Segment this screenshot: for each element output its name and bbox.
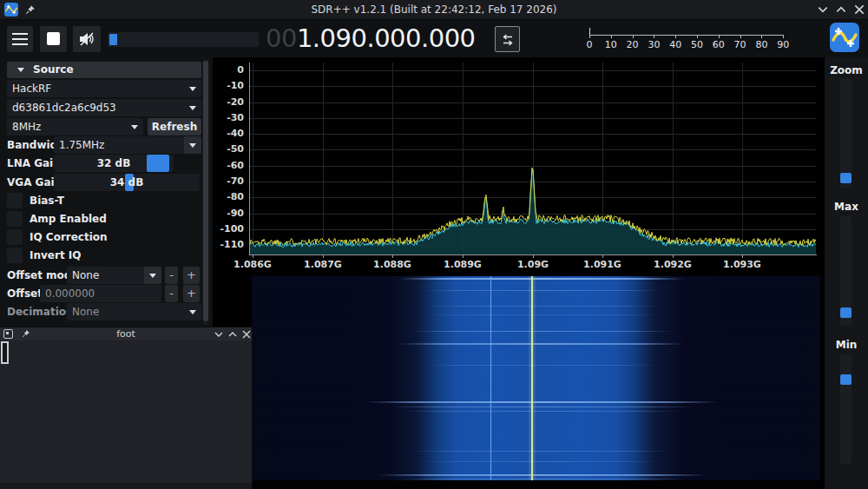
iq-correction-checkbox[interactable] xyxy=(7,229,23,245)
foot-window-body xyxy=(0,340,252,483)
snr-tick-label: 60 xyxy=(708,39,729,50)
invert-iq-label: Invert IQ xyxy=(30,247,81,264)
decimation-label: Decimation xyxy=(7,303,74,320)
fft-y-tick-label: -40 xyxy=(213,128,244,139)
lna-gain-value: 32 dB xyxy=(54,155,174,172)
waterfall-streak xyxy=(423,461,661,462)
left-menu: Source HackRF d63861dc2a6c9d53 8MHz Refr… xyxy=(0,57,213,327)
offset-mode-select[interactable]: None xyxy=(67,267,161,284)
zoom-label: Zoom xyxy=(825,64,868,76)
frequency-digits: 1.090.000.000 xyxy=(297,23,476,53)
waterfall-streak xyxy=(365,401,718,403)
amp-enabled-label: Amp Enabled xyxy=(30,210,107,228)
chevron-down-icon xyxy=(189,106,196,110)
snr-indicator xyxy=(589,28,590,35)
waterfall-streak xyxy=(399,278,684,280)
sidebar-scrollbar[interactable] xyxy=(202,59,209,325)
mute-button[interactable] xyxy=(73,26,101,52)
fft-y-tick-label: -30 xyxy=(213,112,244,123)
menu-button[interactable] xyxy=(7,26,33,52)
source-section-header[interactable]: Source xyxy=(7,62,201,78)
chevron-up-icon[interactable] xyxy=(227,330,238,339)
waterfall-streak xyxy=(388,406,695,407)
scrollbar-thumb[interactable] xyxy=(203,61,208,321)
amp-enabled-checkbox[interactable] xyxy=(7,211,23,227)
fft-x-axis xyxy=(249,254,817,255)
device-select[interactable]: d63861dc2a6c9d53 xyxy=(7,99,201,116)
source-driver-value: HackRF xyxy=(12,83,51,95)
foot-title-bar[interactable]: foot xyxy=(0,327,252,340)
snr-meter-line xyxy=(589,35,784,36)
volume-slider[interactable] xyxy=(108,32,259,47)
bandwidth-select[interactable]: 1.75MHz xyxy=(54,136,201,154)
retune-button[interactable] xyxy=(495,26,520,52)
chevron-down-icon xyxy=(189,143,196,148)
zoom-slider-handle[interactable] xyxy=(840,173,852,183)
waterfall-display[interactable] xyxy=(252,276,820,480)
lna-gain-slider[interactable]: 32 dB xyxy=(54,155,174,172)
snr-tick-label: 10 xyxy=(601,39,621,50)
foot-window: foot xyxy=(0,327,252,489)
bias-t-checkbox[interactable] xyxy=(7,193,23,208)
chevron-up-icon[interactable] xyxy=(835,4,847,15)
source-driver-select[interactable]: HackRF xyxy=(7,80,201,97)
offset-mode-minus-button[interactable]: - xyxy=(165,267,178,284)
waterfall-streak xyxy=(411,451,672,452)
max-slider-handle[interactable] xyxy=(840,307,852,318)
frequency-display[interactable]: 001.090.000.000 xyxy=(266,22,476,55)
invert-iq-checkbox[interactable] xyxy=(7,248,23,263)
speaker-muted-icon xyxy=(78,30,95,48)
close-icon[interactable] xyxy=(853,4,865,15)
decimation-select[interactable]: None xyxy=(67,303,201,320)
fft-controls-panel: Zoom Max Min xyxy=(825,57,868,489)
waterfall-streak xyxy=(399,479,684,479)
min-slider-handle[interactable] xyxy=(840,374,852,385)
snr-tick-mark xyxy=(633,35,634,38)
refresh-button[interactable]: Refresh xyxy=(148,118,201,135)
samplerate-select[interactable]: 8MHz xyxy=(7,118,143,135)
window-title: SDR++ v1.2.1 (Built at 22:42:12, Feb 17 … xyxy=(0,0,868,19)
snr-tick-mark xyxy=(654,35,654,38)
fft-x-tick-label: 1.087G xyxy=(297,259,349,270)
foot-window-footer xyxy=(0,483,252,489)
chevron-down-icon[interactable] xyxy=(817,4,829,15)
fft-y-tick-label: -60 xyxy=(213,160,244,171)
fft-y-tick-label: -20 xyxy=(213,96,244,108)
snr-tick-label: 40 xyxy=(665,39,686,50)
fft-y-tick-label: -80 xyxy=(213,191,244,202)
min-slider[interactable] xyxy=(840,354,852,464)
snr-meter: 0102030405060708090 xyxy=(587,26,790,52)
docked-tab-handle[interactable] xyxy=(1,341,9,364)
zoom-slider[interactable] xyxy=(840,78,852,188)
offset-mode-plus-button[interactable]: + xyxy=(183,267,200,284)
chevron-down-icon[interactable] xyxy=(214,330,224,339)
frequency-dim-digits: 00 xyxy=(266,23,297,53)
vga-gain-value: 34 dB xyxy=(54,174,200,191)
close-icon[interactable] xyxy=(241,330,252,339)
volume-slider-handle[interactable] xyxy=(109,34,117,45)
fft-y-tick-label: 0 xyxy=(213,64,244,76)
fft-traces xyxy=(249,63,816,254)
offset-plus-button[interactable]: + xyxy=(183,285,200,302)
title-bar[interactable]: SDR++ v1.2.1 (Built at 22:42:12, Feb 17 … xyxy=(0,0,868,20)
samplerate-row: 8MHz Refresh xyxy=(0,118,213,135)
waterfall-streak xyxy=(423,365,661,366)
iq-correction-label: IQ Correction xyxy=(30,228,108,246)
offset-mode-value: None xyxy=(72,269,99,281)
offset-value: 0.000000 xyxy=(45,287,95,300)
stop-button[interactable] xyxy=(40,26,67,52)
vga-gain-slider[interactable]: 34 dB xyxy=(54,174,200,191)
snr-tick-mark xyxy=(611,35,612,38)
fft-y-tick-label: -10 xyxy=(213,80,244,91)
offset-label: Offset xyxy=(7,285,43,302)
waterfall-center-line xyxy=(531,276,533,480)
max-label: Max xyxy=(825,201,868,213)
snr-tick-mark xyxy=(675,35,676,38)
bandwidth-value: 1.75MHz xyxy=(59,139,104,151)
fft-x-tick-label: 1.093G xyxy=(716,259,768,270)
offset-input[interactable]: 0.000000 xyxy=(40,285,161,302)
hamburger-icon xyxy=(12,33,28,35)
chevron-down-icon xyxy=(131,125,138,129)
offset-minus-button[interactable]: - xyxy=(165,285,178,302)
snr-tick-mark xyxy=(761,35,762,38)
